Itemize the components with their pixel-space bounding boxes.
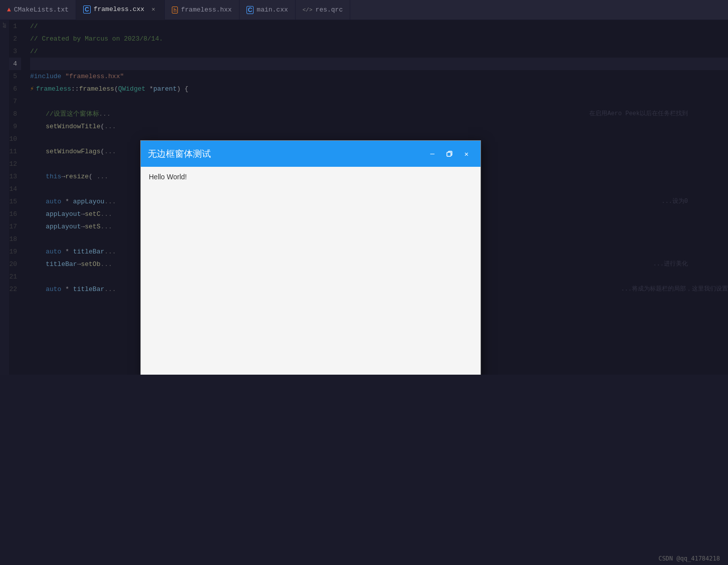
code-line-9: setWindowTitle(... bbox=[30, 120, 728, 133]
tab-label-res-qrc: res.qrc bbox=[316, 6, 343, 14]
code-line-4 bbox=[30, 58, 728, 70]
tab-cmakelists[interactable]: ▲ CMakeLists.txt bbox=[0, 0, 76, 20]
tab-res-qrc[interactable]: </> res.qrc bbox=[296, 0, 350, 20]
dialog-title: 无边框窗体测试 bbox=[148, 148, 211, 160]
code-line-2: // Created by Marcus on 2023/8/14. bbox=[30, 33, 728, 45]
left-indicator-text: ar bbox=[2, 22, 8, 28]
code-line-8: //设置这个窗体标... 在启用Aero Peek以后在任务栏找到 bbox=[30, 108, 728, 120]
tab-main-cxx[interactable]: C main.cxx bbox=[239, 0, 296, 20]
dialog-minimize-button[interactable]: — bbox=[425, 148, 439, 159]
tab-frameless-cxx[interactable]: C frameless.cxx ✕ bbox=[76, 0, 165, 20]
code-line-1: // bbox=[30, 20, 728, 33]
tab-label-frameless-hxx: frameless.hxx bbox=[181, 6, 231, 14]
dialog-restore-button[interactable] bbox=[442, 148, 456, 159]
tab-bar: ▲ CMakeLists.txt C frameless.cxx ✕ h fra… bbox=[0, 0, 728, 20]
code-line-5: #include "frameless.hxx" bbox=[30, 70, 728, 83]
cmake-icon: ▲ bbox=[7, 6, 11, 14]
left-panel-indicator: ar bbox=[0, 20, 9, 375]
tab-frameless-hxx[interactable]: h frameless.hxx bbox=[165, 0, 239, 20]
tab-label-main-cxx: main.cxx bbox=[257, 6, 288, 14]
qrc-icon: </> bbox=[303, 7, 313, 13]
code-line-3: // bbox=[30, 45, 728, 58]
code-editor: ar 1 2 3 4 5 6 7 8 9 10 11 12 13 14 15 1… bbox=[0, 20, 728, 375]
hxx-icon: h bbox=[172, 7, 178, 14]
tab-label-frameless-cxx: frameless.cxx bbox=[94, 6, 144, 13]
main-cxx-icon: C bbox=[247, 6, 254, 14]
cxx-icon: C bbox=[83, 6, 91, 14]
status-bar: CSDN @qq_41784218 bbox=[650, 552, 728, 565]
code-line-6: ⚡frameless::frameless(QWidget *parent) { bbox=[30, 83, 728, 95]
dialog-titlebar[interactable]: 无边框窗体测试 — ✕ bbox=[141, 141, 480, 167]
frameless-dialog[interactable]: 无边框窗体测试 — ✕ Hello World! bbox=[140, 140, 481, 375]
bottom-area: CSDN @qq_41784218 bbox=[0, 375, 728, 565]
dialog-hello-world: Hello World! bbox=[149, 173, 187, 181]
code-line-7 bbox=[30, 95, 728, 108]
tab-close-frameless-cxx[interactable]: ✕ bbox=[149, 6, 157, 14]
tab-label-cmake: CMakeLists.txt bbox=[14, 6, 69, 14]
dialog-close-button[interactable]: ✕ bbox=[459, 148, 473, 159]
dialog-controls: — ✕ bbox=[425, 148, 473, 159]
status-text: CSDN @qq_41784218 bbox=[658, 555, 720, 562]
dialog-content: Hello World! bbox=[141, 167, 480, 375]
restore-icon bbox=[446, 150, 453, 157]
